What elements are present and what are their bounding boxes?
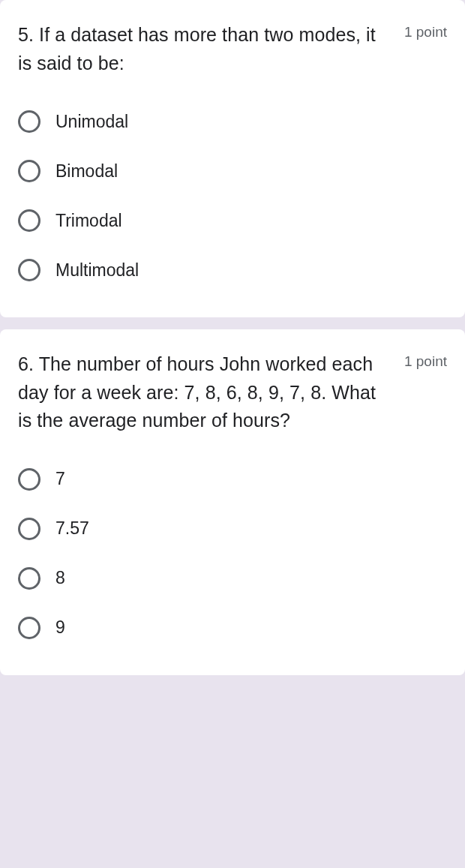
option-8[interactable]: 8 — [18, 555, 447, 602]
option-7[interactable]: 7 — [18, 456, 447, 503]
radio-icon — [18, 468, 40, 491]
radio-icon — [18, 110, 40, 133]
option-label: 7 — [56, 469, 65, 489]
question-body: The number of hours John worked each day… — [18, 353, 376, 431]
question-number: 6. — [18, 353, 34, 374]
radio-icon — [18, 259, 40, 281]
question-text: 5. If a dataset has more than two modes,… — [18, 21, 404, 77]
option-unimodal[interactable]: Unimodal — [18, 98, 447, 145]
question-header: 6. The number of hours John worked each … — [18, 350, 447, 435]
points-label: 1 point — [404, 24, 447, 41]
options-group: 7 7.57 8 9 — [18, 456, 447, 651]
option-multimodal[interactable]: Multimodal — [18, 247, 447, 293]
option-label: 8 — [56, 568, 65, 588]
points-label: 1 point — [404, 353, 447, 370]
radio-icon — [18, 617, 40, 639]
options-group: Unimodal Bimodal Trimodal Multimodal — [18, 98, 447, 293]
option-label: Multimodal — [56, 260, 139, 281]
question-number: 5. — [18, 24, 34, 45]
option-9[interactable]: 9 — [18, 605, 447, 651]
question-text: 6. The number of hours John worked each … — [18, 350, 404, 435]
option-label: 7.57 — [56, 518, 89, 539]
question-card-5: 5. If a dataset has more than two modes,… — [0, 0, 465, 317]
radio-icon — [18, 209, 40, 232]
radio-icon — [18, 518, 40, 540]
radio-icon — [18, 160, 40, 182]
option-label: Bimodal — [56, 161, 118, 182]
radio-icon — [18, 567, 40, 590]
option-label: 9 — [56, 617, 65, 638]
option-label: Unimodal — [56, 112, 128, 132]
question-body: If a dataset has more than two modes, it… — [18, 24, 376, 74]
question-header: 5. If a dataset has more than two modes,… — [18, 21, 447, 77]
option-trimodal[interactable]: Trimodal — [18, 197, 447, 244]
option-bimodal[interactable]: Bimodal — [18, 148, 447, 194]
option-label: Trimodal — [56, 211, 122, 231]
option-7-57[interactable]: 7.57 — [18, 506, 447, 552]
question-card-6: 6. The number of hours John worked each … — [0, 329, 465, 675]
